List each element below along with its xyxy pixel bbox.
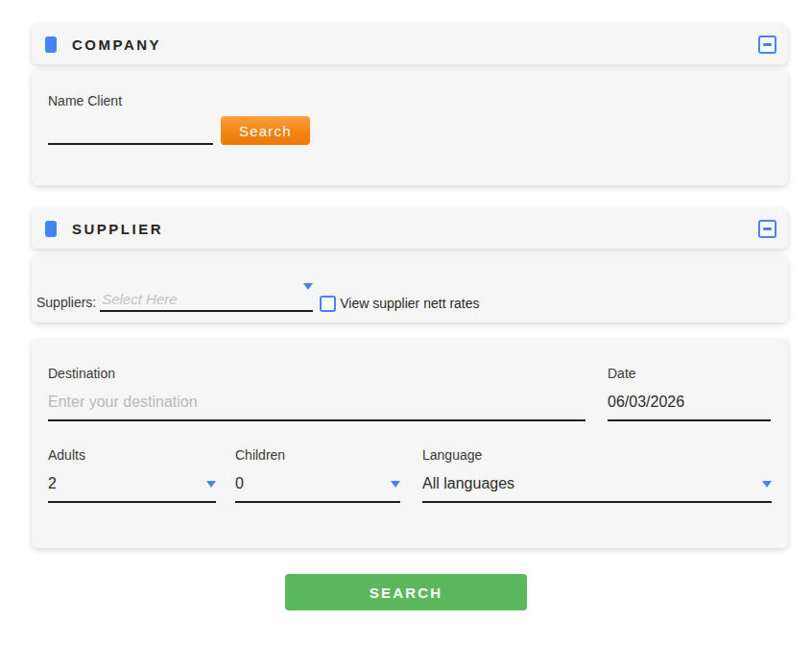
suppliers-select[interactable]: Select Here (100, 291, 313, 312)
nett-rates-checkbox[interactable] (320, 296, 336, 312)
language-select[interactable]: All languages (422, 475, 772, 503)
supplier-section-title: SUPPLIER (72, 221, 163, 237)
chevron-down-icon (303, 283, 313, 290)
search-page: COMPANY Name Client Search SUPPLIER Supp… (0, 0, 812, 645)
language-label: Language (422, 447, 772, 463)
search-submit-button[interactable]: SEARCH (285, 574, 527, 610)
company-section-title: COMPANY (72, 36, 161, 53)
name-client-input[interactable] (48, 116, 213, 145)
company-section-body: Name Client Search (32, 70, 788, 185)
destination-input[interactable] (48, 394, 585, 411)
company-collapse-button[interactable] (758, 36, 776, 54)
section-tag-icon (45, 221, 57, 237)
adults-value: 2 (48, 475, 57, 492)
minus-icon (763, 43, 772, 46)
children-label: Children (235, 447, 400, 463)
destination-label: Destination (48, 366, 585, 381)
children-value: 0 (235, 475, 244, 492)
section-tag-icon (45, 36, 57, 53)
chevron-down-icon (391, 481, 400, 488)
company-section-header: COMPANY (32, 24, 788, 64)
supplier-collapse-button[interactable] (758, 220, 776, 238)
children-select[interactable]: 0 (235, 475, 400, 503)
date-value: 06/03/2026 (608, 394, 684, 411)
minus-icon (763, 227, 772, 230)
supplier-section-header: SUPPLIER (32, 208, 788, 249)
chevron-down-icon (762, 481, 772, 488)
date-field[interactable]: 06/03/2026 (608, 394, 771, 421)
adults-select[interactable]: 2 (48, 475, 216, 503)
chevron-down-icon (206, 481, 216, 488)
name-client-label: Name Client (48, 93, 772, 108)
suppliers-label: Suppliers: (36, 295, 96, 312)
date-label: Date (608, 366, 771, 381)
search-form: Destination Date 06/03/2026 Adults 2 (32, 339, 788, 548)
client-search-button[interactable]: Search (221, 116, 310, 145)
nett-rates-label: View supplier nett rates (340, 296, 479, 312)
supplier-section-body: Suppliers: Select Here View supplier net… (32, 255, 788, 322)
language-value: All languages (422, 475, 514, 492)
adults-label: Adults (48, 447, 216, 463)
suppliers-select-placeholder: Select Here (102, 291, 177, 307)
